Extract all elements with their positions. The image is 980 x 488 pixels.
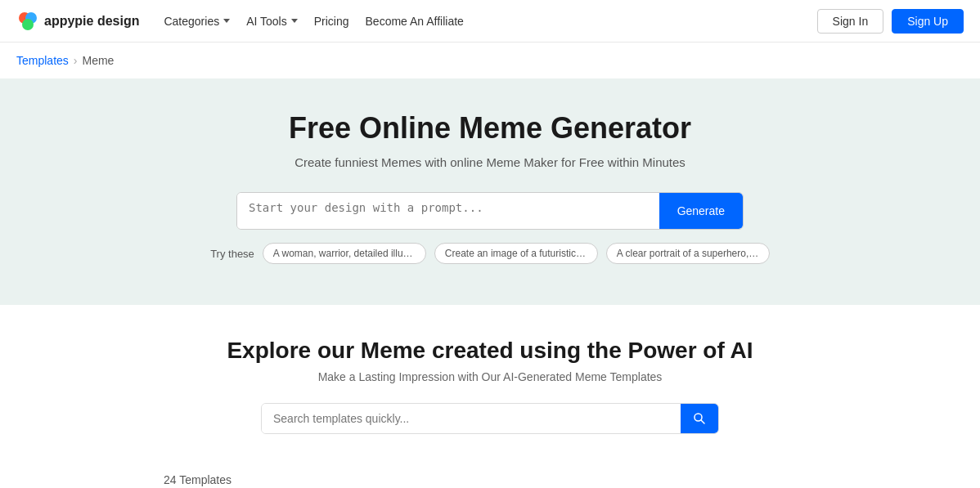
sidebar: AI Poster AI Card AI Flyer AI Brochure ▾… (16, 473, 147, 488)
hero-input-row: Generate (16, 192, 964, 230)
navbar: appypie design Categories AI Tools Prici… (0, 0, 980, 43)
generate-button[interactable]: Generate (659, 193, 743, 229)
nav-actions: Sign In Sign Up (817, 9, 964, 34)
nav-categories[interactable]: Categories (164, 15, 230, 28)
hero-section: Free Online Meme Generator Create funnie… (0, 78, 980, 305)
chevron-down-icon (223, 19, 230, 23)
hero-input-wrap: Generate (236, 192, 744, 230)
hero-try-row: Try these A woman, warrior, detailed ill… (16, 243, 964, 264)
search-icon (693, 412, 706, 425)
sidebar-item-ai-poster[interactable]: AI Poster (16, 481, 147, 488)
search-button[interactable] (681, 404, 718, 433)
nav-ai-tools[interactable]: AI Tools (246, 15, 298, 28)
logo[interactable]: appypie design (16, 10, 139, 33)
explore-subtitle: Make a Lasting Impression with Our AI-Ge… (16, 370, 964, 383)
main-content: AI Poster AI Card AI Flyer AI Brochure ▾… (0, 473, 980, 488)
chevron-down-icon (291, 19, 298, 23)
search-wrap (261, 403, 719, 434)
sign-in-button[interactable]: Sign In (817, 9, 884, 34)
nav-links: Categories AI Tools Pricing Become An Af… (164, 15, 816, 28)
hero-subtitle: Create funniest Memes with online Meme M… (16, 155, 964, 169)
search-row (16, 403, 964, 434)
breadcrumb: Templates › Meme (0, 43, 980, 78)
svg-point-2 (22, 19, 34, 30)
try-chip-2[interactable]: A clear portrait of a superhero, backgro… (606, 243, 770, 264)
explore-title: Explore our Meme created using the Power… (16, 338, 964, 364)
sign-up-button[interactable]: Sign Up (892, 9, 964, 34)
templates-area: 24 Templates + Create a blank meme ME ON… (164, 473, 980, 488)
templates-count: 24 Templates (164, 473, 980, 486)
brand-name: appypie design (44, 14, 139, 29)
try-chip-1[interactable]: Create an image of a futuristic cityscap… (434, 243, 598, 264)
hero-prompt-input[interactable] (237, 193, 659, 229)
search-input[interactable] (262, 404, 681, 433)
hero-title: Free Online Meme Generator (16, 111, 964, 146)
nav-pricing[interactable]: Pricing (314, 15, 349, 28)
explore-section: Explore our Meme created using the Power… (0, 305, 980, 473)
breadcrumb-parent[interactable]: Templates (16, 54, 69, 67)
logo-icon (16, 10, 39, 33)
nav-affiliate[interactable]: Become An Affiliate (366, 15, 464, 28)
svg-line-4 (701, 420, 704, 423)
try-these-label: Try these (210, 248, 254, 260)
breadcrumb-current: Meme (82, 54, 114, 67)
breadcrumb-separator: › (74, 54, 78, 67)
try-chip-0[interactable]: A woman, warrior, detailed illustration,… (263, 243, 426, 264)
